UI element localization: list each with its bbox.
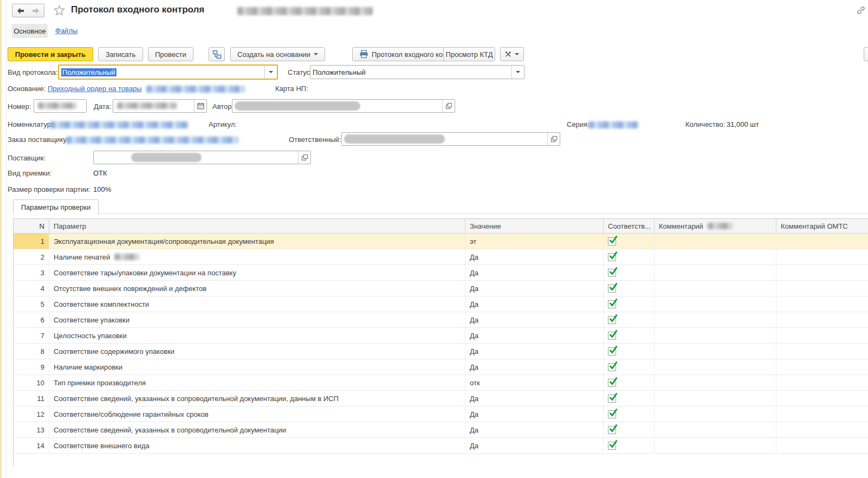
value-cell: Да [465, 328, 604, 343]
row-number: 14 [14, 438, 49, 453]
comment-cell [655, 375, 776, 390]
open-icon [550, 135, 558, 143]
conformity-checkbox[interactable] [608, 426, 616, 434]
parameter-cell: Соответствие внешнего вида [49, 438, 465, 453]
redacted-supplier-order-link[interactable] [66, 137, 238, 144]
table-row[interactable]: 4 Отсутствие внешних повреждений и дефек… [14, 281, 868, 296]
check-icon [609, 251, 618, 260]
conformity-checkbox[interactable] [608, 442, 616, 450]
view-ktd-button[interactable]: Просмотр КТД [443, 47, 495, 61]
table-header-row: N Параметр Значение Соответств... Коммен… [14, 218, 868, 234]
table-row[interactable]: 3 Соответствие тары/упаковки документаци… [14, 265, 868, 281]
value-cell: Да [465, 249, 604, 264]
comment-omts-cell [776, 234, 868, 249]
post-button[interactable]: Провести [148, 47, 193, 61]
conformity-checkbox[interactable] [608, 410, 616, 418]
date-calendar-button[interactable] [194, 100, 206, 112]
comment-omts-cell [776, 344, 868, 359]
table-row[interactable]: 13 Соответствие сведений, указанных в со… [14, 422, 868, 438]
basis-label: Основание: [8, 85, 46, 93]
conformity-checkbox[interactable] [608, 316, 616, 324]
conformity-checkbox[interactable] [608, 269, 616, 277]
check-icon [609, 345, 618, 354]
toolbar-overflow-button[interactable] [864, 47, 868, 61]
column-header-comment[interactable]: Комментарий [655, 219, 776, 233]
tab-files[interactable]: Файлы [55, 27, 77, 35]
favorite-star-icon[interactable] [54, 5, 65, 16]
tab-check-parameters[interactable]: Параметры проверки [13, 199, 99, 215]
basis-link[interactable]: Приходный ордер на товары [48, 85, 142, 93]
supplier-open-button[interactable] [298, 151, 310, 164]
structure-icon [212, 50, 222, 59]
table-row[interactable]: 1 Эксплуатационная документация/сопровод… [14, 234, 868, 249]
table-row[interactable]: 5 Соответствие комплектности Да [14, 296, 868, 312]
table-row[interactable]: 14 Соответствие внешнего вида Да [14, 438, 868, 454]
parameter-cell: Целостность упаковки [49, 328, 465, 343]
status-combobox[interactable]: Положительный [310, 65, 524, 79]
write-button[interactable]: Записать [98, 47, 143, 61]
copy-link-icon[interactable] [856, 5, 866, 15]
conformity-checkbox[interactable] [608, 395, 616, 403]
redacted-number-value [38, 102, 77, 109]
supplier-field[interactable] [93, 151, 311, 164]
nav-back-button[interactable] [12, 4, 29, 17]
table-row[interactable]: 2 Наличие печатей Да [14, 249, 868, 265]
redacted-author-value [235, 101, 360, 111]
comment-omts-cell [776, 391, 868, 406]
based-on-structure-button[interactable] [209, 47, 225, 61]
tab-main[interactable]: Основное [12, 24, 48, 38]
value-cell: Да [465, 344, 604, 359]
column-header-parameter[interactable]: Параметр [49, 219, 465, 233]
table-row[interactable]: 8 Соответствие содержимого упаковки Да [14, 344, 868, 359]
post-and-close-button[interactable]: Провести и закрыть [8, 47, 93, 61]
check-icon [609, 392, 618, 401]
quantity-value: 31,000 шт [727, 120, 759, 128]
row-number: 3 [14, 265, 49, 280]
column-header-comment-omts[interactable]: Комментарий ОМТС [776, 219, 868, 233]
conformity-checkbox[interactable] [608, 253, 616, 261]
tab-check-parameters-label: Параметры проверки [21, 203, 91, 211]
redacted-series-link[interactable] [588, 121, 638, 128]
conformity-checkbox[interactable] [608, 347, 616, 356]
conformity-checkbox[interactable] [608, 237, 616, 246]
table-row[interactable]: 11 Соответствие сведений, указанных в со… [14, 391, 868, 406]
value-cell: Да [465, 312, 604, 327]
arrow-left-icon [17, 8, 24, 14]
conformity-checkbox[interactable] [608, 379, 616, 387]
conformity-checkbox[interactable] [608, 363, 616, 371]
parameter-cell: Соответствие комплектности [49, 296, 465, 312]
row-number: 5 [14, 296, 49, 312]
column-header-n[interactable]: N [14, 219, 49, 233]
table-row[interactable]: 12 Соответствие/соблюдение гарантийных с… [14, 406, 868, 422]
responsible-open-button[interactable] [547, 133, 560, 145]
table-row[interactable]: 9 Наличие маркировки Да [14, 359, 868, 375]
protocol-kind-combobox[interactable]: Положительный [58, 64, 278, 80]
tools-menu-button[interactable] [500, 47, 524, 61]
protocol-kind-dropdown-button[interactable] [264, 66, 277, 79]
conformity-checkbox[interactable] [608, 285, 616, 293]
create-based-on-button[interactable]: Создать на основании [230, 47, 325, 61]
comment-cell [655, 422, 776, 437]
column-header-value[interactable]: Значение [465, 219, 604, 233]
check-icon [609, 424, 618, 432]
table-row[interactable]: 10 Тип приемки производителя отк [14, 375, 868, 391]
batch-check-size-label: Размер проверки партии: [8, 185, 90, 193]
table-row[interactable]: 6 Соответствие упаковки Да [14, 312, 868, 328]
author-open-button[interactable] [442, 100, 455, 112]
status-dropdown-button[interactable] [511, 66, 524, 79]
comment-omts-cell [776, 296, 868, 312]
redacted-nomenclature-link[interactable] [50, 121, 189, 128]
quantity-label: Количество: [685, 120, 725, 128]
chevron-down-icon [515, 53, 519, 57]
comment-cell [655, 312, 776, 327]
conformity-checkbox[interactable] [608, 332, 616, 340]
table-row[interactable]: 7 Целостность упаковки Да [14, 328, 868, 344]
value-cell: отк [465, 375, 604, 390]
check-icon [609, 361, 618, 370]
conformity-cell [604, 234, 655, 249]
conformity-cell [604, 359, 655, 374]
column-header-conformity[interactable]: Соответств... [604, 219, 655, 233]
nav-forward-button[interactable] [28, 4, 44, 17]
protocol-form-window: Протокол входного контроля Основное Файл… [0, 0, 868, 478]
conformity-checkbox[interactable] [608, 300, 616, 308]
